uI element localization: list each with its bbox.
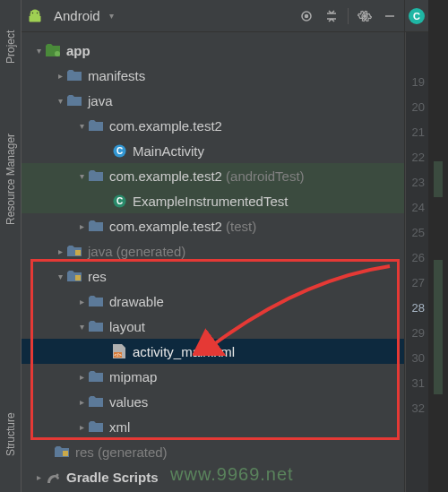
line-number: 21 <box>406 125 428 151</box>
svg-rect-0 <box>30 15 39 21</box>
svg-point-6 <box>55 51 60 56</box>
package-icon <box>88 168 104 184</box>
class-icon: C <box>111 142 127 159</box>
test-class-icon: C <box>111 193 127 209</box>
line-number: 23 <box>406 176 428 201</box>
side-tab-structure[interactable]: Structure <box>0 394 22 475</box>
collapse-icon[interactable] <box>323 7 340 25</box>
chevron-down-icon: ▾ <box>75 322 88 332</box>
tree-label: activity_main.xml <box>133 344 235 359</box>
chevron-right-icon: ▸ <box>75 372 88 382</box>
chevron-right-icon: ▸ <box>54 71 66 81</box>
tree-label: manifests <box>88 68 145 83</box>
folder-icon <box>88 318 104 334</box>
line-number-gutter: 1920212223242526272829303132 <box>405 32 428 492</box>
project-toolbar: Android ▾ <box>22 0 404 32</box>
chevron-down-icon: ▾ <box>106 11 118 21</box>
tree-node-package[interactable]: ▾com.example.test2 (androidTest) <box>22 163 404 188</box>
chevron-right-icon: ▸ <box>75 397 88 407</box>
tree-node-values[interactable]: ▸values <box>22 389 404 414</box>
chevron-down-icon: ▾ <box>75 121 88 131</box>
svg-text:C: C <box>116 196 122 206</box>
line-number: 31 <box>406 376 428 401</box>
line-number: 25 <box>406 226 428 251</box>
tree-node-java[interactable]: ▾java <box>22 88 404 113</box>
avatar-badge: C <box>409 8 425 24</box>
folder-icon <box>88 393 104 410</box>
line-number: 28 <box>406 301 428 326</box>
line-number: 22 <box>406 151 428 176</box>
tree-label: ExampleInstrumentedTest <box>133 194 288 209</box>
tree-label: values <box>109 394 148 410</box>
svg-point-16 <box>56 473 58 476</box>
svg-rect-11 <box>75 250 81 255</box>
tree-node-gradle[interactable]: ▸Gradle Scripts <box>22 464 404 489</box>
tree-node-package[interactable]: ▾com.example.test2 <box>22 113 404 138</box>
tree-node-manifests[interactable]: ▸manifests <box>22 63 404 88</box>
tree-node-class[interactable]: CExampleInstrumentedTest <box>22 188 404 213</box>
tree-node-res[interactable]: ▾res <box>22 263 404 289</box>
folder-icon <box>88 293 104 309</box>
tree-node-class[interactable]: CMainActivity <box>22 138 404 163</box>
tree-label: app <box>66 43 90 58</box>
settings-icon[interactable] <box>356 7 374 25</box>
xml-file-icon: </> <box>111 343 127 359</box>
tree-suffix: (test) <box>226 219 256 234</box>
tree-node-mipmap[interactable]: ▸mipmap <box>22 364 404 389</box>
chevron-right-icon: ▸ <box>75 297 88 306</box>
tree-suffix: (androidTest) <box>226 168 305 184</box>
tree-node-drawable[interactable]: ▸drawable <box>22 289 404 314</box>
folder-icon <box>66 92 82 108</box>
svg-text:C: C <box>116 146 122 156</box>
chevron-down-icon: ▾ <box>54 96 66 106</box>
chevron-right-icon: ▸ <box>75 422 88 432</box>
tree-node-res-generated[interactable]: res (generated) <box>22 439 404 464</box>
tree-label: java <box>88 93 113 108</box>
chevron-down-icon: ▾ <box>54 272 66 281</box>
chevron-down-icon: ▾ <box>32 46 45 56</box>
project-panel: Android ▾ ▾app ▸manifests ▾java ▾com.exa… <box>22 0 405 492</box>
line-number: 19 <box>406 75 428 100</box>
tree-node-layout[interactable]: ▾layout <box>22 314 404 339</box>
side-tab-project[interactable]: Project <box>0 7 22 86</box>
svg-point-5 <box>363 14 366 18</box>
tree-node-app[interactable]: ▾app <box>22 38 404 63</box>
view-mode-label: Android <box>54 8 100 23</box>
line-number: 26 <box>406 251 428 276</box>
hide-icon[interactable] <box>381 7 399 25</box>
tree-label: res <box>75 445 94 460</box>
project-tree[interactable]: ▾app ▸manifests ▾java ▾com.example.test2… <box>22 32 404 489</box>
view-mode-dropdown[interactable]: Android ▾ <box>27 8 118 24</box>
tree-label: MainActivity <box>133 143 204 159</box>
tree-label: Gradle Scripts <box>66 470 159 485</box>
module-icon <box>45 42 61 58</box>
gen-folder-icon <box>54 444 70 460</box>
svg-point-2 <box>37 12 38 13</box>
tree-node-activity-main[interactable]: </>activity_main.xml <box>22 339 404 364</box>
tree-label: mipmap <box>109 369 157 384</box>
tree-label: drawable <box>109 294 164 309</box>
android-icon <box>27 8 43 24</box>
tree-node-java-generated[interactable]: ▸java (generated) <box>22 238 404 263</box>
chevron-right-icon: ▸ <box>32 472 45 482</box>
line-number: 32 <box>406 401 428 427</box>
line-number: 20 <box>406 100 428 125</box>
tree-suffix: (generated) <box>116 244 186 259</box>
svg-rect-15 <box>63 451 68 456</box>
gradle-icon <box>45 469 61 485</box>
line-number: 24 <box>406 201 428 226</box>
gen-folder-icon <box>66 243 82 259</box>
tree-node-package[interactable]: ▸com.example.test2 (test) <box>22 213 404 238</box>
tree-label: com.example.test2 <box>109 168 222 184</box>
line-number: 27 <box>406 276 428 301</box>
tree-node-xml[interactable]: ▸xml <box>22 414 404 439</box>
editor-scrollstrip <box>428 0 448 492</box>
chevron-down-icon: ▾ <box>75 171 88 181</box>
editor-tab-avatar: C <box>405 0 428 32</box>
folder-icon <box>88 368 104 384</box>
tree-label: java <box>88 244 113 259</box>
chevron-right-icon: ▸ <box>54 246 66 256</box>
select-opened-file-icon[interactable] <box>297 7 315 25</box>
side-tab-resource-manager[interactable]: Resource Manager <box>0 99 22 260</box>
line-number: 30 <box>406 351 428 376</box>
